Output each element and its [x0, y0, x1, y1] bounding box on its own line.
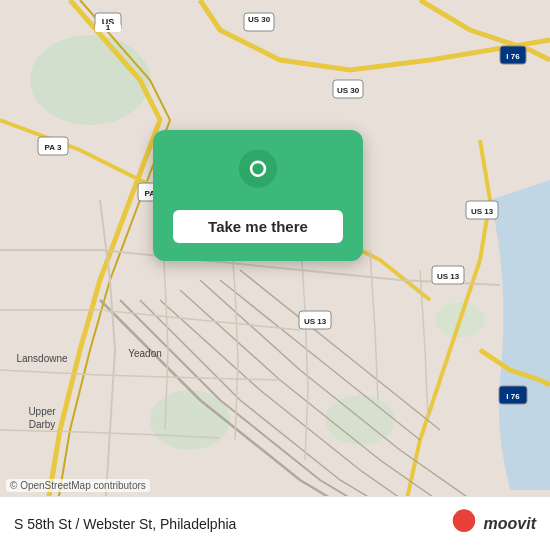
svg-text:I 76: I 76: [506, 52, 520, 61]
svg-text:PA 3: PA 3: [45, 143, 62, 152]
svg-text:I 76: I 76: [506, 392, 520, 401]
map-attribution: © OpenStreetMap contributors: [6, 479, 150, 492]
take-me-there-button[interactable]: Take me there: [173, 210, 343, 243]
svg-point-1: [30, 35, 150, 125]
svg-text:US 13: US 13: [304, 317, 327, 326]
moovit-wordmark: moovit: [484, 515, 536, 533]
moovit-icon: [448, 508, 480, 540]
svg-text:US 13: US 13: [471, 207, 494, 216]
moovit-logo: moovit: [448, 508, 536, 540]
svg-text:Lansdowne: Lansdowne: [16, 353, 68, 364]
svg-text:1: 1: [106, 23, 111, 32]
location-pin-icon: [232, 148, 284, 200]
svg-text:US 30: US 30: [337, 86, 360, 95]
svg-text:Upper: Upper: [28, 406, 56, 417]
svg-text:US 13: US 13: [437, 272, 460, 281]
svg-text:Darby: Darby: [29, 419, 56, 430]
location-card: Take me there: [153, 130, 363, 261]
map-container: US 1 US 30 US 30 I 76 PA 3 PA 3 US 13 US…: [0, 0, 550, 550]
map-background: US 1 US 30 US 30 I 76 PA 3 PA 3 US 13 US…: [0, 0, 550, 550]
bottom-bar: S 58th St / Webster St, Philadelphia moo…: [0, 496, 550, 550]
address-label: S 58th St / Webster St, Philadelphia: [14, 516, 236, 532]
svg-text:US 30: US 30: [248, 15, 271, 24]
svg-point-37: [460, 516, 468, 524]
svg-text:Yeadon: Yeadon: [128, 348, 162, 359]
